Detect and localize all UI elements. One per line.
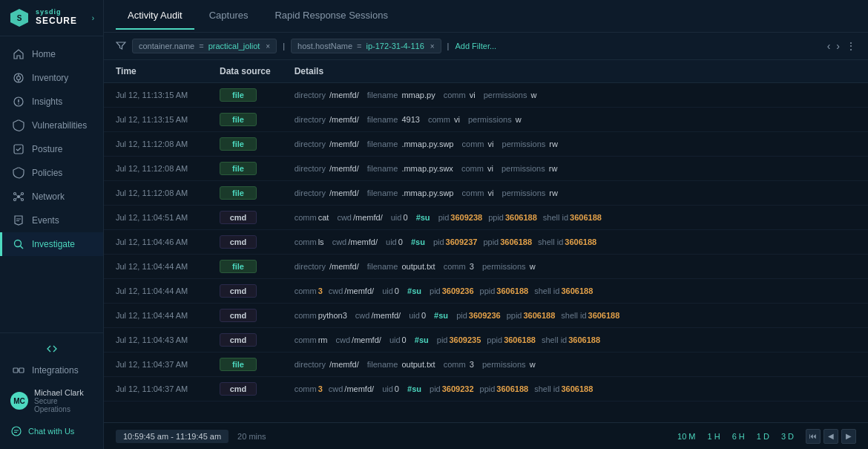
detail-val: 3606188 [523,311,555,320]
detail-key: pid [438,213,450,222]
logo-area[interactable]: S sysdig SECURE › [0,0,103,36]
cell-time: Jul 12, 11:12:08 AM [104,132,208,157]
detail-val: /memfd/ [344,384,376,393]
detail-val: 3606188 [565,237,596,246]
filter-remove-1[interactable]: × [266,42,270,50]
detail-key: cwd [337,213,352,222]
filter-icon [116,41,126,51]
sidebar-item-policies[interactable]: Policies [0,161,103,185]
timeline-first-btn[interactable]: ⏮ [806,429,821,444]
detail-val: /memfd/ [329,189,359,197]
sidebar-item-posture[interactable]: Posture [0,137,103,161]
detail-key: comm [462,140,484,148]
cell-details: commrm cwd/memfd/ uid0 #su pid3609235ppi… [283,328,868,353]
detail-val: 3 [470,360,474,369]
sidebar-item-network[interactable]: Network [0,185,103,209]
detail-val-highlight: #su [415,335,429,344]
detail-val: 3606188 [496,384,528,393]
filter-remove-2[interactable]: × [430,42,435,50]
detail-val: 3 [318,286,323,295]
cell-details: directory /memfd/ filename .mmap.py.swp … [283,132,868,157]
detail-val: .mmap.py.swx [401,164,453,173]
cell-datasource: file [208,255,283,279]
detail-val: 0 [402,335,409,344]
table-row[interactable]: Jul 12, 11:04:44 AMfiledirectory /memfd/… [104,255,868,279]
detail-val: 3609236 [442,286,474,295]
sidebar-collapse-chevron[interactable]: › [92,14,94,22]
cell-time: Jul 12, 11:04:37 AM [104,377,208,402]
preset-3d[interactable]: 3 D [778,430,797,442]
sidebar-item-policies-label: Policies [32,168,62,178]
detail-key: cwd [355,311,370,320]
svg-rect-9 [14,145,23,154]
filter-chip-2[interactable]: host.hostName = ip-172-31-4-116 × [291,39,441,53]
table-row[interactable]: Jul 12, 11:04:44 AMcmdcomm3cwd/memfd/ ui… [104,279,868,304]
posture-icon [13,143,24,155]
table-row[interactable]: Jul 12, 11:13:15 AMfiledirectory /memfd/… [104,108,868,132]
user-avatar: MC [10,392,28,410]
chat-with-us[interactable]: Chat with Us [0,419,103,443]
table-row[interactable]: Jul 12, 11:04:37 AMcmdcomm3cwd/memfd/ ui… [104,377,868,402]
sidebar-item-vulnerabilities[interactable]: Vulnerabilities [0,114,103,137]
table-row[interactable]: Jul 12, 11:04:44 AMcmdcommpython3 cwd/me… [104,304,868,328]
chat-icon [10,425,22,437]
table-row[interactable]: Jul 12, 11:12:08 AMfiledirectory /memfd/… [104,132,868,157]
detail-val: 3609238 [450,213,482,222]
add-filter-button[interactable]: Add Filter... [455,42,496,50]
cell-time: Jul 12, 11:12:08 AM [104,157,208,181]
table-row[interactable]: Jul 12, 11:04:43 AMcmdcommrm cwd/memfd/ … [104,328,868,353]
preset-1d[interactable]: 1 D [754,430,772,442]
detail-key: directory [295,189,326,197]
table-row[interactable]: Jul 12, 11:04:37 AMfiledirectory /memfd/… [104,353,868,377]
user-info: Michael Clark Secure Operations [34,388,93,413]
user-profile[interactable]: MC Michael Clark Secure Operations [0,382,103,419]
sysdig-logo-icon: S [9,7,30,28]
detail-key: filename [367,262,398,271]
detail-val: 3606188 [568,335,600,344]
sidebar-item-inventory[interactable]: Inventory [0,66,103,90]
table-row[interactable]: Jul 12, 11:13:15 AMfiledirectory /memfd/… [104,83,868,108]
preset-1h[interactable]: 1 H [705,430,723,442]
cell-time: Jul 12, 11:13:15 AM [104,108,208,132]
sidebar-collapse-btn[interactable] [0,339,103,358]
sidebar-nav: Home Inventory In [0,36,103,332]
svg-point-8 [18,103,19,105]
detail-val: /memfd/ [329,164,359,173]
detail-key: permissions [468,115,512,124]
cell-datasource: cmd [208,377,283,402]
sidebar-item-integrations[interactable]: Integrations [0,358,103,382]
preset-6h[interactable]: 6 H [729,430,748,442]
network-icon [13,191,24,203]
tab-activity-audit[interactable]: Activity Audit [116,2,194,30]
timeline-prev-btn[interactable]: ◀ [823,429,838,444]
filter-more-btn[interactable]: ⋮ [846,40,856,52]
filter-chip-container[interactable]: container.name = practical_joliot × [132,39,277,53]
detail-key: filename [367,189,398,197]
detail-val: vi [454,115,460,124]
table-row[interactable]: Jul 12, 11:12:08 AMfiledirectory /memfd/… [104,181,868,206]
detail-key: cwd [329,384,343,393]
detail-val: /memfd/ [371,311,403,320]
filter-prev-btn[interactable]: ‹ [827,40,831,52]
sidebar-item-insights[interactable]: Insights [0,90,103,114]
table-row[interactable]: Jul 12, 11:04:46 AMcmdcommls cwd/memfd/ … [104,230,868,255]
sidebar-item-investigate[interactable]: Investigate [0,232,103,256]
table-row[interactable]: Jul 12, 11:04:51 AMcmdcommcat cwd/memfd/… [104,206,868,230]
detail-val: 3606188 [505,213,537,222]
detail-val: 3606188 [496,286,528,295]
tab-rapid-response[interactable]: Rapid Response Sessions [263,2,399,30]
sidebar-item-home[interactable]: Home [0,42,103,66]
detail-val: 3609237 [446,237,478,246]
detail-key: uid [382,286,393,295]
filter-next-btn[interactable]: › [836,40,840,52]
cell-time: Jul 12, 11:04:43 AM [104,328,208,353]
table-row[interactable]: Jul 12, 11:12:08 AMfiledirectory /memfd/… [104,157,868,181]
detail-val: /memfd/ [329,140,359,148]
detail-key: comm [295,237,317,246]
detail-val: 3606188 [504,335,536,344]
preset-10m[interactable]: 10 M [674,430,698,442]
sidebar-item-events[interactable]: Events [0,209,103,232]
tab-captures[interactable]: Captures [197,2,260,30]
timeline-next-btn[interactable]: ▶ [841,429,856,444]
detail-val-highlight: #su [407,286,421,295]
